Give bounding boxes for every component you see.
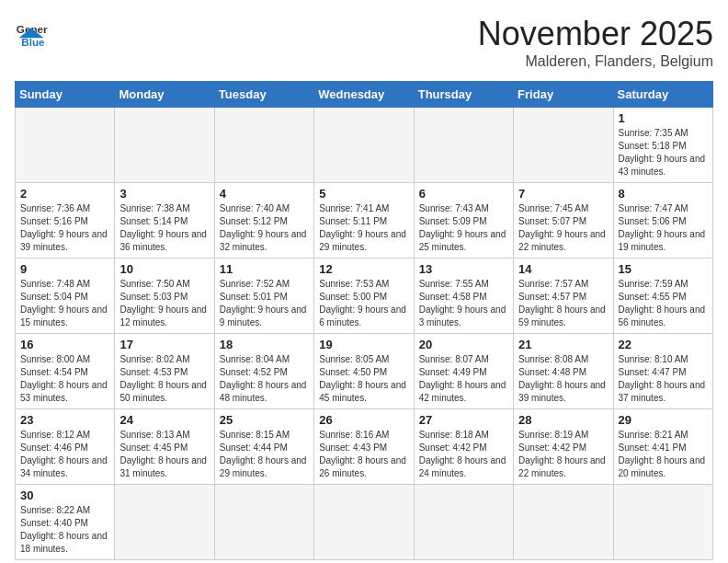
calendar-cell: 19Sunrise: 8:05 AM Sunset: 4:50 PM Dayli… (314, 334, 414, 409)
calendar-cell (115, 485, 214, 560)
day-info: Sunrise: 7:47 AM Sunset: 5:06 PM Dayligh… (619, 202, 708, 254)
day-info: Sunrise: 7:43 AM Sunset: 5:09 PM Dayligh… (419, 202, 508, 254)
day-info: Sunrise: 8:02 AM Sunset: 4:53 PM Dayligh… (119, 353, 209, 405)
location-title: Malderen, Flanders, Belgium (478, 53, 713, 70)
day-info: Sunrise: 8:04 AM Sunset: 4:52 PM Dayligh… (220, 353, 309, 405)
day-info: Sunrise: 8:18 AM Sunset: 4:42 PM Dayligh… (419, 429, 508, 480)
day-number: 25 (220, 413, 309, 427)
calendar-cell: 3Sunrise: 7:38 AM Sunset: 5:14 PM Daylig… (115, 183, 214, 259)
day-number: 6 (419, 187, 508, 201)
calendar-cell: 21Sunrise: 8:08 AM Sunset: 4:48 PM Dayli… (514, 334, 613, 409)
day-number: 8 (619, 187, 708, 201)
calendar-cell: 30Sunrise: 8:22 AM Sunset: 4:40 PM Dayli… (16, 485, 115, 560)
day-number: 16 (20, 338, 109, 351)
calendar-cell: 5Sunrise: 7:41 AM Sunset: 5:11 PM Daylig… (314, 183, 414, 259)
calendar-cell: 12Sunrise: 7:53 AM Sunset: 5:00 PM Dayli… (314, 259, 414, 334)
calendar-cell: 16Sunrise: 8:00 AM Sunset: 4:54 PM Dayli… (16, 334, 115, 409)
calendar-cell: 26Sunrise: 8:16 AM Sunset: 4:43 PM Dayli… (314, 409, 414, 485)
svg-text:Blue: Blue (21, 36, 45, 48)
weekday-header-thursday: Thursday (414, 82, 513, 108)
calendar-cell: 25Sunrise: 8:15 AM Sunset: 4:44 PM Dayli… (214, 409, 313, 485)
calendar-cell: 6Sunrise: 7:43 AM Sunset: 5:09 PM Daylig… (414, 183, 513, 259)
day-number: 15 (619, 262, 708, 276)
calendar-cell (414, 485, 513, 560)
calendar-cell: 14Sunrise: 7:57 AM Sunset: 4:57 PM Dayli… (514, 259, 613, 334)
day-info: Sunrise: 7:57 AM Sunset: 4:57 PM Dayligh… (518, 278, 608, 329)
calendar-cell: 20Sunrise: 8:07 AM Sunset: 4:49 PM Dayli… (414, 334, 513, 409)
calendar: SundayMondayTuesdayWednesdayThursdayFrid… (15, 81, 713, 560)
week-row-5: 30Sunrise: 8:22 AM Sunset: 4:40 PM Dayli… (16, 485, 713, 560)
calendar-cell: 23Sunrise: 8:12 AM Sunset: 4:46 PM Dayli… (16, 409, 115, 485)
day-number: 5 (319, 187, 408, 201)
day-info: Sunrise: 8:19 AM Sunset: 4:42 PM Dayligh… (518, 429, 608, 480)
day-number: 12 (319, 262, 408, 276)
day-info: Sunrise: 8:08 AM Sunset: 4:48 PM Dayligh… (518, 353, 608, 405)
week-row-3: 16Sunrise: 8:00 AM Sunset: 4:54 PM Dayli… (16, 334, 713, 409)
calendar-cell: 10Sunrise: 7:50 AM Sunset: 5:03 PM Dayli… (115, 259, 214, 334)
calendar-cell (314, 108, 414, 183)
calendar-cell: 1Sunrise: 7:35 AM Sunset: 5:18 PM Daylig… (613, 108, 712, 183)
day-info: Sunrise: 8:12 AM Sunset: 4:46 PM Dayligh… (20, 429, 109, 480)
day-info: Sunrise: 8:00 AM Sunset: 4:54 PM Dayligh… (20, 353, 109, 405)
calendar-cell: 9Sunrise: 7:48 AM Sunset: 5:04 PM Daylig… (16, 259, 115, 334)
day-info: Sunrise: 7:41 AM Sunset: 5:11 PM Dayligh… (319, 202, 408, 254)
week-row-0: 1Sunrise: 7:35 AM Sunset: 5:18 PM Daylig… (16, 108, 713, 183)
calendar-cell: 2Sunrise: 7:36 AM Sunset: 5:16 PM Daylig… (16, 183, 115, 259)
calendar-cell: 8Sunrise: 7:47 AM Sunset: 5:06 PM Daylig… (613, 183, 712, 259)
day-info: Sunrise: 7:53 AM Sunset: 5:00 PM Dayligh… (319, 278, 408, 329)
day-info: Sunrise: 8:16 AM Sunset: 4:43 PM Dayligh… (319, 429, 408, 480)
day-info: Sunrise: 7:40 AM Sunset: 5:12 PM Dayligh… (220, 202, 309, 254)
calendar-cell (613, 485, 712, 560)
day-number: 18 (220, 338, 309, 351)
calendar-cell (16, 108, 115, 183)
calendar-cell (514, 485, 613, 560)
weekday-header-monday: Monday (115, 82, 214, 108)
day-info: Sunrise: 7:48 AM Sunset: 5:04 PM Dayligh… (20, 278, 109, 329)
day-number: 23 (20, 413, 109, 427)
weekday-header-row: SundayMondayTuesdayWednesdayThursdayFrid… (16, 82, 713, 108)
calendar-cell: 4Sunrise: 7:40 AM Sunset: 5:12 PM Daylig… (214, 183, 313, 259)
calendar-cell: 24Sunrise: 8:13 AM Sunset: 4:45 PM Dayli… (115, 409, 214, 485)
calendar-cell (514, 108, 613, 183)
day-info: Sunrise: 7:45 AM Sunset: 5:07 PM Dayligh… (518, 202, 608, 254)
day-info: Sunrise: 8:10 AM Sunset: 4:47 PM Dayligh… (619, 353, 708, 405)
calendar-cell: 22Sunrise: 8:10 AM Sunset: 4:47 PM Dayli… (613, 334, 712, 409)
day-number: 13 (419, 262, 508, 276)
logo: General Blue (15, 15, 48, 48)
day-number: 9 (20, 262, 109, 276)
title-area: November 2025 Malderen, Flanders, Belgiu… (478, 15, 713, 70)
weekday-header-wednesday: Wednesday (314, 82, 414, 108)
day-info: Sunrise: 7:50 AM Sunset: 5:03 PM Dayligh… (119, 278, 209, 329)
header: General Blue November 2025 Malderen, Fla… (15, 15, 713, 70)
weekday-header-tuesday: Tuesday (214, 82, 313, 108)
day-number: 30 (20, 488, 109, 502)
day-number: 27 (419, 413, 508, 427)
calendar-cell: 18Sunrise: 8:04 AM Sunset: 4:52 PM Dayli… (214, 334, 313, 409)
calendar-cell (214, 108, 313, 183)
calendar-cell (214, 485, 313, 560)
day-number: 24 (119, 413, 209, 427)
calendar-cell (115, 108, 214, 183)
day-info: Sunrise: 7:35 AM Sunset: 5:18 PM Dayligh… (619, 127, 708, 178)
day-number: 10 (119, 262, 209, 276)
calendar-cell: 28Sunrise: 8:19 AM Sunset: 4:42 PM Dayli… (514, 409, 613, 485)
month-title: November 2025 (478, 15, 713, 53)
day-number: 17 (119, 338, 209, 351)
day-info: Sunrise: 7:59 AM Sunset: 4:55 PM Dayligh… (619, 278, 708, 329)
day-info: Sunrise: 8:05 AM Sunset: 4:50 PM Dayligh… (319, 353, 408, 405)
weekday-header-sunday: Sunday (16, 82, 115, 108)
day-number: 7 (518, 187, 608, 201)
calendar-cell: 11Sunrise: 7:52 AM Sunset: 5:01 PM Dayli… (214, 259, 313, 334)
day-info: Sunrise: 7:55 AM Sunset: 4:58 PM Dayligh… (419, 278, 508, 329)
day-info: Sunrise: 8:13 AM Sunset: 4:45 PM Dayligh… (119, 429, 209, 480)
day-info: Sunrise: 8:22 AM Sunset: 4:40 PM Dayligh… (20, 504, 109, 556)
day-number: 26 (319, 413, 408, 427)
calendar-cell (314, 485, 414, 560)
calendar-cell: 7Sunrise: 7:45 AM Sunset: 5:07 PM Daylig… (514, 183, 613, 259)
calendar-cell: 17Sunrise: 8:02 AM Sunset: 4:53 PM Dayli… (115, 334, 214, 409)
day-info: Sunrise: 7:52 AM Sunset: 5:01 PM Dayligh… (220, 278, 309, 329)
day-number: 20 (419, 338, 508, 351)
day-info: Sunrise: 8:21 AM Sunset: 4:41 PM Dayligh… (619, 429, 708, 480)
day-number: 2 (20, 187, 109, 201)
day-number: 29 (619, 413, 708, 427)
